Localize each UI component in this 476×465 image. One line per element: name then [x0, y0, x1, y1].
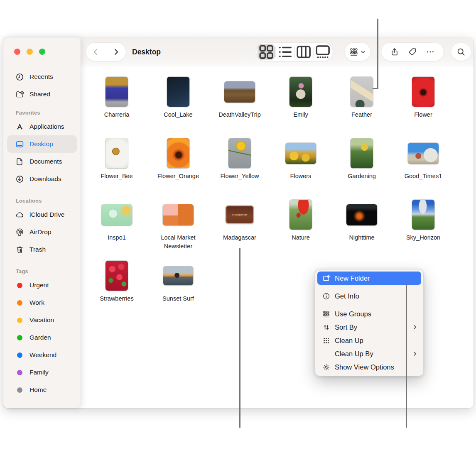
file-good-times1[interactable]: Good_Times1 — [393, 138, 454, 181]
zoom-window-button[interactable] — [39, 49, 45, 55]
sidebar-item-label: iCloud Drive — [29, 211, 64, 218]
file-name: Cool_Lake — [147, 110, 209, 119]
callout-line-feather — [377, 19, 378, 89]
file-thumbnail[interactable] — [290, 200, 312, 230]
file-nighttime[interactable]: Nighttime — [331, 199, 393, 242]
file-sky-horizon[interactable]: Sky_Horizon — [393, 199, 454, 242]
window-title: Desktop — [132, 37, 161, 66]
sidebar-item-trash[interactable]: Trash — [3, 241, 81, 258]
sidebar-item-shared[interactable]: Shared — [3, 86, 81, 103]
file-name: Flowers — [270, 172, 331, 181]
file-flowers[interactable]: Flowers — [270, 138, 331, 181]
sidebar-item-applications[interactable]: Applications — [3, 118, 81, 135]
file-flower-orange[interactable]: Flower_Orange — [147, 138, 209, 181]
file-thumbnail[interactable] — [106, 138, 128, 168]
more-button[interactable] — [426, 47, 435, 56]
file-flower[interactable]: Flower — [393, 76, 454, 119]
clean-up-icon — [321, 337, 331, 345]
sidebar-item-label: Work — [29, 299, 44, 306]
nav-divider — [106, 47, 106, 56]
file-thumbnail[interactable] — [167, 77, 189, 107]
file-thumbnail[interactable] — [412, 200, 434, 230]
file-thumbnail[interactable] — [408, 143, 439, 164]
file-thumbnail[interactable] — [106, 77, 128, 107]
sidebar-item-downloads[interactable]: Downloads — [3, 170, 81, 188]
file-thumbnail[interactable]: Madagascar — [226, 206, 254, 224]
file-local-market-newsletter[interactable]: Local Market Newsletter — [147, 199, 209, 251]
file-flower-yellow[interactable]: Flower_Yellow — [209, 138, 270, 181]
file-thumbnail-box — [209, 138, 270, 169]
file-sunset-surf[interactable]: Sunset Surf — [147, 260, 209, 303]
file-strawberries[interactable]: Strawberries — [86, 260, 147, 303]
file-thumbnail[interactable] — [163, 266, 193, 285]
file-feather[interactable]: Feather — [331, 76, 393, 119]
file-name: Sky_Horizon — [393, 233, 454, 242]
file-name: Nature — [270, 233, 331, 242]
file-emily[interactable]: Emily — [270, 76, 331, 119]
close-window-button[interactable] — [14, 49, 20, 55]
sidebar-item-garden[interactable]: Garden — [3, 329, 81, 346]
file-name: Flower_Bee — [86, 172, 147, 181]
file-flower-bee[interactable]: Flower_Bee — [86, 138, 147, 181]
file-thumbnail-box — [393, 138, 454, 169]
sidebar-item-icloud-drive[interactable]: iCloud Drive — [3, 206, 81, 223]
file-madagascar[interactable]: MadagascarMadagascar — [209, 199, 270, 242]
sidebar-item-airdrop[interactable]: AirDrop — [3, 223, 81, 241]
icon-view-button[interactable] — [258, 44, 275, 60]
menu-item-label: Sort By — [335, 323, 408, 331]
sidebar-section-tags: Tags — [3, 258, 81, 277]
file-cool-lake[interactable]: Cool_Lake — [147, 76, 209, 119]
file-thumbnail[interactable] — [167, 138, 189, 168]
menu-item-label: Clean Up By — [335, 350, 408, 358]
shared-folder-icon — [15, 90, 24, 99]
file-thumbnail[interactable] — [290, 77, 312, 107]
search-button[interactable] — [451, 43, 471, 61]
file-thumbnail[interactable] — [163, 204, 194, 225]
sidebar-item-weekend[interactable]: Weekend — [3, 346, 81, 364]
group-by-button[interactable] — [345, 43, 370, 61]
file-name: Nighttime — [331, 233, 393, 242]
list-view-button[interactable] — [276, 44, 294, 60]
sidebar-item-work[interactable]: Work — [3, 294, 81, 311]
share-button[interactable] — [390, 47, 399, 56]
tags-button[interactable] — [408, 47, 417, 56]
file-thumbnail[interactable] — [351, 77, 373, 107]
file-thumbnail-box — [86, 76, 147, 107]
sidebar-item-label: Garden — [29, 334, 51, 341]
tag-color-dot — [17, 318, 22, 323]
sidebar-item-home[interactable]: Home — [3, 381, 81, 399]
sidebar-item-vacation[interactable]: Vacation — [3, 311, 81, 329]
forward-button[interactable] — [111, 47, 120, 56]
file-name: Flower_Yellow — [209, 172, 270, 181]
file-charreria[interactable]: Charreria — [86, 76, 147, 119]
thumbnail-title-text: Madagascar — [232, 213, 248, 216]
gallery-view-button[interactable] — [314, 44, 331, 60]
file-thumbnail[interactable] — [224, 81, 255, 103]
file-thumbnail[interactable] — [228, 138, 251, 168]
column-view-button[interactable] — [295, 44, 312, 60]
minimize-window-button[interactable] — [27, 49, 33, 55]
file-name: Feather — [331, 110, 393, 119]
file-thumbnail[interactable] — [101, 204, 132, 225]
sidebar-item-documents[interactable]: Documents — [3, 153, 81, 170]
sidebar-item-urgent[interactable]: Urgent — [3, 277, 81, 294]
sidebar-item-family[interactable]: Family — [3, 364, 81, 381]
back-button[interactable] — [91, 47, 101, 56]
file-thumbnail-box — [209, 76, 270, 107]
sidebar-item-recents[interactable]: Recents — [3, 68, 81, 86]
traffic-lights — [14, 49, 45, 55]
file-thumbnail[interactable] — [346, 204, 377, 225]
file-nature[interactable]: Nature — [270, 199, 331, 242]
file-deathvalleytrip[interactable]: DeathValleyTrip — [209, 76, 270, 119]
view-switcher — [256, 43, 333, 61]
sidebar-item-desktop[interactable]: Desktop — [7, 135, 77, 153]
file-thumbnail-box — [270, 199, 331, 230]
file-thumbnail[interactable] — [106, 261, 128, 291]
file-thumbnail[interactable] — [351, 138, 373, 168]
file-thumbnail[interactable] — [412, 77, 434, 107]
file-thumbnail[interactable] — [285, 143, 316, 164]
airdrop-icon — [15, 228, 24, 237]
file-gardening[interactable]: Gardening — [331, 138, 393, 181]
file-thumbnail-box: Madagascar — [209, 199, 270, 230]
file-inspo1[interactable]: Inspo1 — [86, 199, 147, 242]
